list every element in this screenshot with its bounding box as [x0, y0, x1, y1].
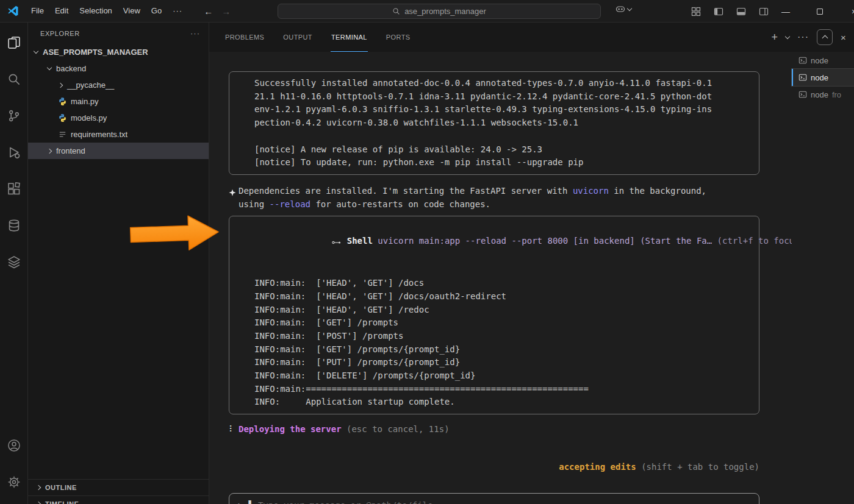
tree-file-models-py[interactable]: models.py [28, 110, 209, 126]
copilot-icon [615, 4, 626, 14]
window-maximize-button[interactable] [803, 0, 837, 23]
progress-hint: (esc to cancel, 11s) [342, 424, 450, 434]
database-icon[interactable] [0, 211, 28, 240]
maximize-panel-button[interactable] [817, 29, 833, 45]
chevron-up-icon [822, 35, 828, 41]
terminal-line: pection-0.4.2 uvicorn-0.38.0 watchfiles-… [239, 116, 749, 130]
nav-back-icon[interactable]: ← [204, 6, 213, 16]
search-value: ase_prompts_manager [404, 7, 486, 16]
window-close-button[interactable]: × [837, 0, 854, 23]
mode-status: accepting edits (shift + tab to toggle) [229, 447, 759, 487]
outline-section-header[interactable]: OUTLINE [28, 479, 209, 495]
terminal-instance-desc: fro [832, 90, 841, 99]
pip-output-box: Successfully installed annotated-doc-0.0… [229, 71, 759, 175]
new-terminal-button[interactable]: + [772, 31, 778, 44]
terminal-line: INFO:main: ['POST'] /prompts [239, 330, 749, 343]
chevron-right-icon [36, 502, 41, 504]
terminal-line: env-1.2.1 pyyaml-6.0.3 sniffio-1.3.1 sta… [239, 103, 749, 116]
mode-hint: (shift + tab to toggle) [636, 462, 759, 472]
cli-input[interactable]: > ▌ Type your message or @path/to/file [229, 493, 759, 504]
tree-root-label: ASE_PROMPTS_MANAGER [43, 48, 148, 57]
extensions-icon[interactable] [0, 174, 28, 204]
tree-file-requirements-txt[interactable]: requirements.txt [28, 126, 209, 143]
message-text: in the background, [609, 186, 706, 196]
terminal-instance[interactable]: node fro [792, 86, 854, 103]
tree-folder-backend[interactable]: backend [28, 60, 209, 77]
text-file-icon [57, 130, 67, 140]
progress-status: ⠇ Deploying the server (esc to cancel, 1… [229, 423, 759, 436]
terminal-line: INFO:main: ['GET'] /prompts [239, 316, 749, 330]
tab-ports[interactable]: PORTS [386, 23, 411, 52]
vscode-window: File Edit Selection View Go ··· ← → ase_… [0, 0, 854, 504]
terminal-line: [notice] A new release of pip is availab… [239, 143, 749, 157]
menu-more-icon[interactable]: ··· [167, 4, 188, 18]
settings-gear-icon[interactable] [0, 467, 28, 497]
timeline-section-header[interactable]: TIMELINE [28, 495, 209, 504]
terminal-line: INFO:main: ['HEAD', 'GET'] /docs/oauth2-… [239, 290, 749, 303]
chevron-down-icon [47, 65, 52, 70]
account-icon[interactable] [0, 431, 28, 460]
tree-item-label: frontend [56, 146, 85, 155]
tree-file-main-py[interactable]: main.py [28, 93, 209, 110]
menu-file[interactable]: File [26, 4, 49, 18]
menu-view[interactable]: View [118, 4, 146, 18]
gemini-sparkle-icon [229, 185, 239, 211]
layers-icon[interactable] [0, 247, 28, 277]
explorer-icon[interactable] [0, 28, 28, 57]
maximize-icon [817, 9, 823, 15]
window-minimize-button[interactable]: — [769, 0, 803, 23]
input-prompt: > [238, 499, 243, 504]
sidebar-more-icon[interactable]: ··· [190, 29, 200, 38]
terminal-line: INFO: Application startup complete. [239, 396, 749, 409]
tree-folder-frontend[interactable]: frontend [28, 143, 209, 159]
message-text: Dependencies are installed. I'm starting… [239, 186, 573, 196]
tree-item-label: main.py [71, 97, 99, 106]
terminal-line: [notice] To update, run: python.exe -m p… [239, 156, 749, 169]
tree-item-label: backend [56, 64, 86, 73]
close-panel-button[interactable]: × [841, 32, 853, 43]
terminal-line: 21.1 h11-0.16.0 httptools-0.7.1 idna-3.1… [239, 90, 749, 104]
activity-bar [0, 23, 28, 504]
shell-tool-icon [239, 221, 254, 263]
python-file-icon [57, 113, 67, 123]
spinner-icon: ⠇ [229, 423, 239, 436]
message-text: for auto-restarts on code changes. [310, 199, 490, 209]
terminal-content: Successfully installed annotated-doc-0.0… [209, 52, 792, 504]
chevron-right-icon [36, 485, 41, 490]
tab-problems[interactable]: PROBLEMS [224, 23, 265, 52]
chevron-right-icon [47, 148, 52, 153]
nav-forward-icon[interactable]: → [221, 6, 231, 16]
tree-item-label: __pycache__ [67, 80, 114, 90]
customize-layout-icon[interactable] [688, 4, 703, 19]
source-control-icon[interactable] [0, 101, 28, 130]
shell-focus-hint: (ctrl+f to focus) [717, 236, 792, 246]
toggle-panel-icon[interactable] [733, 4, 748, 19]
terminal-line [239, 130, 749, 143]
terminal-instance-selected[interactable]: node [792, 69, 854, 86]
copilot-button[interactable] [615, 4, 631, 14]
message-text: using [239, 199, 270, 209]
menu-selection[interactable]: Selection [74, 4, 117, 18]
input-placeholder: Type your message or @path/to/file [258, 499, 433, 504]
terminal-line: INFO:main: ['DELETE'] /prompts/{prompt_i… [239, 369, 749, 383]
tab-terminal[interactable]: TERMINAL [331, 23, 368, 52]
toggle-primary-sidebar-icon[interactable] [711, 4, 726, 19]
menu-go[interactable]: Go [146, 4, 167, 18]
search-view-icon[interactable] [0, 65, 28, 94]
terminal-line [239, 263, 749, 277]
tree-root-folder[interactable]: ASE_PROMPTS_MANAGER [28, 44, 209, 60]
panel-area: PROBLEMS OUTPUT TERMINAL PORTS + ··· × [209, 23, 854, 504]
run-and-debug-icon[interactable] [0, 138, 28, 167]
tab-output[interactable]: OUTPUT [282, 23, 313, 52]
terminal-icon [798, 90, 807, 99]
menu-edit[interactable]: Edit [49, 4, 74, 18]
terminal-instance-label: node [811, 56, 828, 65]
explorer-sidebar: EXPLORER ··· ASE_PROMPTS_MANAGER backend… [28, 23, 209, 504]
terminal-line: Successfully installed annotated-doc-0.0… [239, 77, 749, 90]
terminal-instance[interactable]: node [792, 52, 854, 69]
command-center-search[interactable]: ase_prompts_manager [278, 4, 601, 19]
panel-more-icon[interactable]: ··· [797, 32, 809, 43]
tree-folder-pycache[interactable]: __pycache__ [28, 77, 209, 93]
terminal-instances-list: node node node fro [792, 52, 854, 504]
terminal-profile-chevron-icon[interactable] [785, 34, 790, 38]
